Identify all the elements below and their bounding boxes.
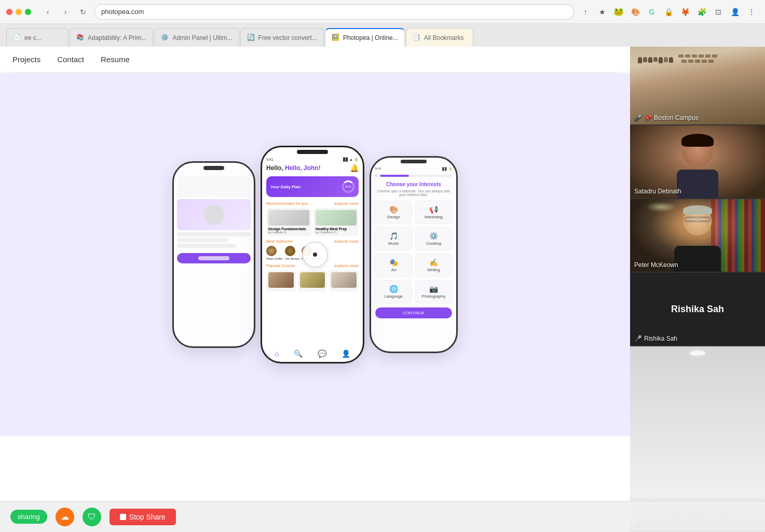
tab-3-label: Admin Panel | Ultim... (172, 34, 232, 41)
phone-left: › (172, 161, 255, 348)
interest-art[interactable]: 🎭 Art (375, 254, 412, 277)
extension-shield-icon[interactable]: 🦊 (678, 5, 692, 19)
upload-icon: ☁ (61, 512, 69, 522)
nav-contact[interactable]: Contact (57, 55, 84, 64)
extension-frog-icon[interactable]: 🐸 (611, 5, 626, 19)
daily-plan-card: Your Daily Plan 65% (266, 176, 359, 197)
center-circle-button[interactable] (302, 242, 328, 268)
stop-icon (120, 514, 126, 520)
search-nav-icon: 🔍 (294, 349, 303, 358)
boston-name: 🎤 📌 Boston Campus (634, 114, 698, 121)
boston-pin-icon: 📌 (644, 114, 652, 121)
right-phone-time: 9:41 (375, 167, 381, 171)
tab-3-favicon: ⚙️ (161, 34, 169, 42)
daily-plan-label: Your Daily Plan (270, 185, 300, 189)
share-icon[interactable]: ↑ (578, 5, 593, 19)
cooking-icon: ⚙️ (418, 232, 449, 240)
course-cards: Design Fundamentals by Isabelle R. Healt… (266, 208, 359, 236)
shield-icon: 🛡 (88, 512, 96, 522)
popular-cards (266, 270, 359, 291)
phone-right: 9:41 ▊▊ 🔋 ‹ Choose your Interests Choose… (370, 156, 458, 353)
menu-icon[interactable]: ⋮ (744, 5, 759, 19)
extension-lock-icon[interactable]: 🔒 (661, 5, 676, 19)
interest-writing[interactable]: ✍️ Writing (415, 254, 452, 277)
window-icon[interactable]: ⊡ (711, 5, 726, 19)
participant-satadru: Satadru Debnath (630, 125, 765, 199)
window-controls (6, 9, 31, 15)
upload-button[interactable]: ☁ (56, 508, 74, 526)
peter-face (630, 199, 765, 272)
tab-bookmarks-favicon: 📑 (413, 34, 421, 42)
boston-video (630, 47, 765, 124)
reload-button[interactable]: ↻ (76, 5, 90, 19)
shield-button[interactable]: 🛡 (83, 508, 101, 526)
interest-design[interactable]: 🎨 Design (375, 201, 412, 224)
bookmark-icon[interactable]: ★ (595, 5, 609, 19)
satadru-video (630, 125, 765, 198)
back-button[interactable]: ‹ (40, 5, 55, 19)
extensions-button[interactable]: 🧩 (694, 5, 709, 19)
interest-music[interactable]: 🎵 Music (375, 227, 412, 250)
writing-icon: ✍️ (418, 258, 449, 267)
popular-card-1 (266, 270, 296, 291)
tab-4-favicon: 🔄 (247, 34, 255, 42)
design-icon: 🎨 (378, 205, 409, 214)
hero-section: › 9:41 ▊▊ ▲ 🔋 Hello, Hel (0, 73, 630, 436)
maximize-dot[interactable] (25, 9, 31, 15)
marketing-icon: 📢 (418, 205, 449, 214)
site-nav: Projects Contact Resume (0, 47, 630, 73)
extension-grammarly-icon[interactable]: G (645, 5, 659, 19)
photography-icon: 📷 (418, 285, 449, 293)
forward-button[interactable]: › (58, 5, 73, 19)
browser-toolbar-icons: ↑ ★ 🐸 🎨 G 🔒 🦊 🧩 ⊡ 👤 ⋮ (578, 5, 759, 19)
peter-name: Peter McKeown (634, 261, 678, 269)
nav-projects[interactable]: Projects (12, 55, 40, 64)
interests-title: Choose your Interests (375, 181, 452, 187)
interest-marketing[interactable]: 📢 Marketing (415, 201, 452, 224)
satadru-face (630, 125, 765, 198)
tab-3[interactable]: ⚙️ Admin Panel | Ultim... (154, 28, 239, 47)
minimize-dot[interactable] (16, 9, 22, 15)
right-phone-status: ▊▊ 🔋 (442, 167, 452, 171)
stop-share-label: Stop Share (129, 513, 166, 521)
profile-nav-icon: 👤 (341, 349, 350, 358)
stop-share-button[interactable]: Stop Share (110, 509, 176, 525)
tab-1-label: ee c... (24, 34, 42, 41)
recommended-section: Recommended for you explore more (266, 201, 359, 206)
interest-language[interactable]: 🌐 Language (375, 280, 412, 303)
url-text: photopea.com (101, 8, 144, 16)
notification-icon[interactable]: 🔔 (350, 164, 359, 172)
tab-bookmarks-label: All Bookmarks (424, 34, 464, 41)
rishika-section: Rishika Sah (630, 273, 765, 345)
tab-1[interactable]: 📄 ee c... (6, 28, 69, 47)
profile-icon[interactable]: 👤 (728, 5, 742, 19)
tab-active-favicon: 🖼️ (332, 34, 340, 42)
address-bar[interactable]: photopea.com (94, 4, 574, 20)
interest-photography[interactable]: 📷 Photography (415, 280, 452, 303)
boston-mic-icon: 🎤 (634, 114, 642, 121)
circle-dot (313, 253, 317, 257)
back-arrow-icon[interactable]: ‹ (375, 173, 377, 178)
interest-cooking[interactable]: ⚙️ Cooking (415, 227, 452, 250)
nav-resume[interactable]: Resume (101, 55, 130, 64)
language-icon: 🌐 (378, 285, 409, 293)
participant-rishika: Rishika Sah 🎤 Rishika Sah (630, 273, 765, 346)
progress-circle: 65% (342, 180, 354, 193)
rishika-mic-icon: 🎤 (634, 335, 642, 342)
course-card-1: Design Fundamentals by Isabelle R. (266, 208, 311, 236)
tab-2[interactable]: 📚 Adaptability: A Prim... (70, 28, 153, 47)
extension-rainbow-icon[interactable]: 🎨 (628, 5, 643, 19)
interests-subtitle: Choose upto 3 interests. You can always … (375, 189, 452, 197)
course-card-2: Healthy Meal Prep by Catherine D. (313, 208, 359, 236)
tab-bookmarks[interactable]: 📑 All Bookmarks (406, 28, 473, 47)
participant-boston: 🎤 📌 Boston Campus (630, 47, 765, 125)
tab-active-label: Photopea | Online... (343, 34, 398, 41)
tab-4[interactable]: 🔄 Free vector convert... (240, 28, 324, 47)
browser-chrome: ‹ › ↻ photopea.com ↑ ★ 🐸 🎨 G 🔒 🦊 🧩 ⊡ 👤 ⋮… (0, 0, 765, 47)
home-nav-icon: ⌂ (275, 349, 279, 358)
rishika-name: 🎤 Rishika Sah (634, 335, 677, 342)
continue-button[interactable]: CONTINUE (375, 307, 452, 318)
tab-active[interactable]: 🖼️ Photopea | Online... (325, 28, 405, 47)
tab-4-label: Free vector convert... (258, 34, 317, 41)
close-dot[interactable] (6, 9, 12, 15)
